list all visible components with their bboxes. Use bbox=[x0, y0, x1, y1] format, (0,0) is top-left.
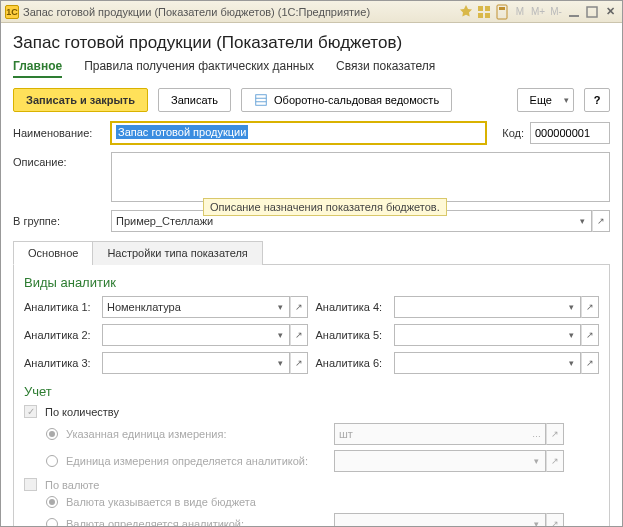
analytic5-label: Аналитика 5: bbox=[316, 329, 386, 341]
code-label: Код: bbox=[502, 127, 524, 139]
memory-m-button[interactable]: M bbox=[512, 4, 528, 20]
currency-analytic-radio bbox=[46, 518, 58, 527]
currency-budget-label: Валюта указывается в виде бюджета bbox=[66, 496, 326, 508]
help-button[interactable]: ? bbox=[584, 88, 610, 112]
currency-analytic-value bbox=[334, 513, 528, 527]
analytic4-open-button[interactable]: ↗ bbox=[581, 296, 599, 318]
save-button[interactable]: Записать bbox=[158, 88, 231, 112]
group-open-button[interactable]: ↗ bbox=[592, 210, 610, 232]
tab-main[interactable]: Главное bbox=[13, 59, 62, 78]
calculator-icon[interactable] bbox=[494, 4, 510, 20]
analytic2-open-button[interactable]: ↗ bbox=[290, 324, 308, 346]
unit-fixed-label: Указанная единица измерения: bbox=[66, 428, 326, 440]
analytic2-label: Аналитика 2: bbox=[24, 329, 94, 341]
svg-rect-8 bbox=[256, 95, 267, 106]
analytic5-open-button[interactable]: ↗ bbox=[581, 324, 599, 346]
osv-button-label: Оборотно-сальдовая ведомость bbox=[274, 94, 439, 106]
name-input[interactable]: Запас готовой продукции bbox=[111, 122, 486, 144]
analytic1-dropdown-button[interactable]: ▾ bbox=[272, 296, 290, 318]
analytic1-label: Аналитика 1: bbox=[24, 301, 94, 313]
minimize-button[interactable] bbox=[566, 4, 582, 20]
window-title: Запас готовой продукции (Показатели бюдж… bbox=[23, 6, 454, 18]
analytic4-combo[interactable]: ▾ ↗ bbox=[394, 296, 600, 318]
unit-fixed-value: шт bbox=[334, 423, 528, 445]
svg-rect-3 bbox=[485, 13, 490, 18]
analytic4-value[interactable] bbox=[394, 296, 564, 318]
osv-button[interactable]: Оборотно-сальдовая ведомость bbox=[241, 88, 452, 112]
chevron-down-icon: ▾ bbox=[564, 95, 569, 105]
analytic2-dropdown-button[interactable]: ▾ bbox=[272, 324, 290, 346]
unit-fixed-ellipsis-button: … bbox=[528, 423, 546, 445]
analytic6-open-button[interactable]: ↗ bbox=[581, 352, 599, 374]
favorite-icon[interactable] bbox=[458, 4, 474, 20]
unit-analytic-dropdown-button: ▾ bbox=[528, 450, 546, 472]
group-label: В группе: bbox=[13, 215, 105, 227]
top-nav: Главное Правила получения фактических да… bbox=[13, 59, 610, 78]
svg-rect-0 bbox=[478, 6, 483, 11]
close-button[interactable]: ✕ bbox=[602, 4, 618, 20]
analytic2-value[interactable] bbox=[102, 324, 272, 346]
toolbar: Записать и закрыть Записать Оборотно-сал… bbox=[13, 88, 610, 112]
unit-analytic-combo: ▾ ↗ bbox=[334, 450, 564, 472]
analytic5-combo[interactable]: ▾ ↗ bbox=[394, 324, 600, 346]
by-quantity-label: По количеству bbox=[45, 406, 119, 418]
description-label: Описание: bbox=[13, 152, 105, 168]
unit-analytic-value bbox=[334, 450, 528, 472]
more-button[interactable]: Еще ▾ bbox=[517, 88, 574, 112]
svg-rect-5 bbox=[499, 7, 505, 10]
currency-analytic-open-button: ↗ bbox=[546, 513, 564, 527]
svg-rect-6 bbox=[569, 15, 579, 17]
unit-fixed-combo: шт … ↗ bbox=[334, 423, 564, 445]
inner-tab-bar: Основное Настройки типа показателя bbox=[13, 240, 610, 265]
inner-tab-body: Виды аналитик Аналитика 1: Номенклатура … bbox=[13, 265, 610, 527]
group-dropdown-button[interactable]: ▾ bbox=[574, 210, 592, 232]
analytic5-value[interactable] bbox=[394, 324, 564, 346]
currency-analytic-label: Валюта определяется аналитикой: bbox=[66, 518, 326, 527]
save-and-close-button[interactable]: Записать и закрыть bbox=[13, 88, 148, 112]
analytic4-dropdown-button[interactable]: ▾ bbox=[563, 296, 581, 318]
name-label: Наименование: bbox=[13, 127, 105, 139]
maximize-button[interactable] bbox=[584, 4, 600, 20]
inner-tab-type-settings[interactable]: Настройки типа показателя bbox=[92, 241, 262, 265]
currency-budget-radio bbox=[46, 496, 58, 508]
by-quantity-checkbox bbox=[24, 405, 37, 418]
unit-analytic-radio bbox=[46, 455, 58, 467]
analytic3-combo[interactable]: ▾ ↗ bbox=[102, 352, 308, 374]
svg-rect-1 bbox=[485, 6, 490, 11]
more-button-label: Еще bbox=[530, 94, 552, 106]
analytic3-dropdown-button[interactable]: ▾ bbox=[272, 352, 290, 374]
analytic2-combo[interactable]: ▾ ↗ bbox=[102, 324, 308, 346]
analytic3-open-button[interactable]: ↗ bbox=[290, 352, 308, 374]
svg-rect-7 bbox=[587, 7, 597, 17]
analytics-heading: Виды аналитик bbox=[24, 275, 599, 290]
analytic6-value[interactable] bbox=[394, 352, 564, 374]
inner-tab-main[interactable]: Основное bbox=[13, 241, 93, 265]
code-input[interactable] bbox=[530, 122, 610, 144]
app-icon: 1C bbox=[5, 5, 19, 19]
analytic3-label: Аналитика 3: bbox=[24, 357, 94, 369]
tab-rules[interactable]: Правила получения фактических данных bbox=[84, 59, 314, 78]
analytic5-dropdown-button[interactable]: ▾ bbox=[563, 324, 581, 346]
unit-fixed-radio bbox=[46, 428, 58, 440]
unit-analytic-open-button: ↗ bbox=[546, 450, 564, 472]
memory-mminus-button[interactable]: M- bbox=[548, 4, 564, 20]
name-input-value: Запас готовой продукции bbox=[116, 125, 248, 139]
analytic1-open-button[interactable]: ↗ bbox=[290, 296, 308, 318]
analytic6-label: Аналитика 6: bbox=[316, 357, 386, 369]
currency-analytic-dropdown-button: ▾ bbox=[528, 513, 546, 527]
accounting-heading: Учет bbox=[24, 384, 599, 399]
grid-icon[interactable] bbox=[476, 4, 492, 20]
memory-mplus-button[interactable]: M+ bbox=[530, 4, 546, 20]
description-tooltip: Описание назначения показателя бюджетов. bbox=[203, 198, 447, 216]
svg-rect-2 bbox=[478, 13, 483, 18]
by-currency-checkbox bbox=[24, 478, 37, 491]
analytic1-combo[interactable]: Номенклатура ▾ ↗ bbox=[102, 296, 308, 318]
report-icon bbox=[254, 93, 268, 107]
tab-links[interactable]: Связи показателя bbox=[336, 59, 435, 78]
analytic3-value[interactable] bbox=[102, 352, 272, 374]
analytic1-value[interactable]: Номенклатура bbox=[102, 296, 272, 318]
analytic6-dropdown-button[interactable]: ▾ bbox=[563, 352, 581, 374]
window-titlebar: 1C Запас готовой продукции (Показатели б… bbox=[1, 1, 622, 23]
description-input[interactable] bbox=[111, 152, 610, 202]
analytic6-combo[interactable]: ▾ ↗ bbox=[394, 352, 600, 374]
